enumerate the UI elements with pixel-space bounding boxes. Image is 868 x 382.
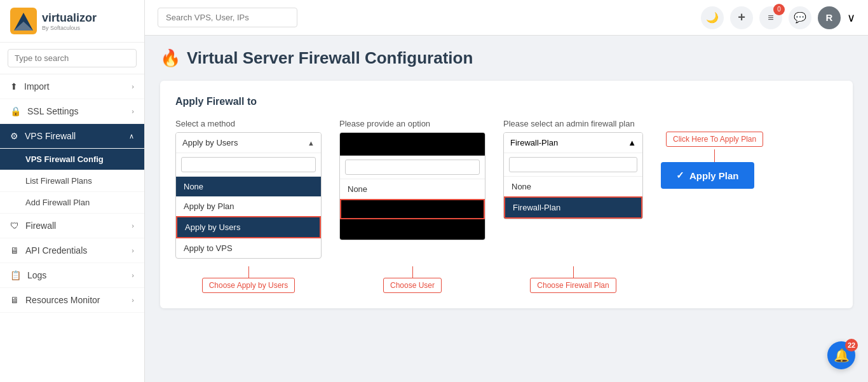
apply-btn-annotation-group: Click Here To Apply Plan bbox=[666, 132, 763, 162]
method-option-by-plan[interactable]: Apply by Plan bbox=[176, 196, 321, 216]
notification-bell[interactable]: 🔔 22 bbox=[827, 341, 855, 369]
import-icon: ⬆ bbox=[10, 81, 18, 92]
firewall-plan-label: Please select an admin firewall plan bbox=[503, 119, 643, 128]
logo-main: virtualizor bbox=[42, 11, 97, 25]
users-form-group: Please provide an option None bbox=[339, 119, 485, 240]
method-selected-value: Apply by Users bbox=[182, 138, 238, 147]
sidebar-subitem-add-label: Add Firewall Plan bbox=[25, 198, 90, 207]
firewall-plan-arrow-icon: ▲ bbox=[628, 138, 636, 147]
apply-annotation-arrow bbox=[714, 149, 715, 162]
user-arrow-line bbox=[412, 266, 413, 278]
firewall-plan-dropdown[interactable]: Firewall-Plan ▲ None Firewall-Plan bbox=[503, 132, 643, 219]
list-button[interactable]: ≡ 0 bbox=[759, 6, 782, 29]
sidebar-subitem-list-label: List Firewall Plans bbox=[25, 176, 92, 186]
sidebar-item-import[interactable]: ⬆ Import › bbox=[0, 74, 144, 99]
sidebar-item-vps-firewall[interactable]: ⚙ VPS Firewall ∧ bbox=[0, 124, 144, 149]
chevron-icon: › bbox=[132, 271, 134, 279]
apply-plan-button[interactable]: ✓ Apply Plan bbox=[661, 162, 754, 189]
method-search-input[interactable] bbox=[181, 157, 316, 172]
choose-apply-by-users-annotation: Choose Apply by Users bbox=[202, 278, 295, 293]
sidebar-item-firewall[interactable]: 🛡 Firewall › bbox=[0, 214, 144, 238]
chevron-down-icon: ∧ bbox=[129, 132, 134, 140]
sidebar-subitem-add-firewall-plan[interactable]: Add Firewall Plan bbox=[0, 192, 144, 214]
topbar-actions: 🌙 + ≡ 0 💬 R ∨ bbox=[701, 6, 855, 29]
users-option-none-label: None bbox=[348, 184, 367, 194]
dark-mode-button[interactable]: 🌙 bbox=[701, 6, 724, 29]
sidebar-item-ssl[interactable]: 🔒 SSL Settings › bbox=[0, 99, 144, 124]
logo-text: virtualizor By Softaculous bbox=[42, 11, 97, 31]
dropdown-arrow-icon: ▲ bbox=[308, 139, 315, 147]
topbar: 🌙 + ≡ 0 💬 R ∨ bbox=[145, 0, 868, 36]
firewall-arrow-line bbox=[573, 266, 574, 278]
sidebar-search-container bbox=[0, 43, 144, 74]
sidebar-subitem-config-label: VPS Firewall Config bbox=[25, 154, 104, 164]
method-option-users-label: Apply by Users bbox=[185, 222, 240, 232]
topbar-search-input[interactable] bbox=[158, 8, 297, 27]
sidebar-item-vps-firewall-label: VPS Firewall bbox=[25, 131, 76, 141]
users-dropdown-search bbox=[340, 156, 485, 179]
firewall-plan-search-input[interactable] bbox=[509, 157, 637, 172]
sidebar-subitem-list-firewall-plans[interactable]: List Firewall Plans bbox=[0, 170, 144, 192]
firewall-plan-option-selected[interactable]: Firewall-Plan bbox=[504, 196, 642, 219]
apply-btn-group: Click Here To Apply Plan ✓ Apply Plan bbox=[661, 132, 763, 189]
list-icon: ≡ bbox=[768, 12, 773, 24]
users-search-input[interactable] bbox=[345, 160, 480, 175]
firewall-plan-option-none[interactable]: None bbox=[504, 177, 642, 196]
user-initial: R bbox=[826, 12, 833, 23]
notification-count: 22 bbox=[845, 339, 858, 351]
method-dropdown[interactable]: Apply by Users ▲ None Apply by Plan bbox=[175, 132, 322, 259]
firewall-plan-form-group: Please select an admin firewall plan Fir… bbox=[503, 119, 643, 219]
add-button[interactable]: + bbox=[730, 6, 753, 29]
sidebar-item-logs[interactable]: 📋 Logs › bbox=[0, 263, 144, 288]
users-option-selected2[interactable] bbox=[340, 219, 485, 240]
form-row: Select a method Apply by Users ▲ None bbox=[175, 119, 837, 259]
page-title-icon: 🔥 bbox=[160, 48, 180, 68]
firewall-plan-header[interactable]: Firewall-Plan ▲ bbox=[504, 133, 642, 153]
chat-icon: 💬 bbox=[794, 11, 806, 24]
sidebar-item-api-label: API Credentials bbox=[25, 245, 87, 256]
method-option-none[interactable]: None bbox=[176, 177, 321, 196]
chevron-icon: › bbox=[132, 107, 134, 115]
chevron-icon: › bbox=[132, 296, 134, 304]
sidebar-item-logs-label: Logs bbox=[27, 270, 46, 280]
firewall-plan-value-label: Firewall-Plan bbox=[513, 203, 560, 212]
user-avatar[interactable]: R bbox=[818, 6, 841, 29]
sidebar-subitem-vps-firewall-config[interactable]: VPS Firewall Config bbox=[0, 149, 144, 170]
sidebar-item-firewall-label: Firewall bbox=[25, 221, 56, 231]
apply-checkmark-icon: ✓ bbox=[676, 170, 684, 181]
users-dropdown[interactable]: None bbox=[339, 132, 485, 240]
apply-plan-label: Apply Plan bbox=[689, 170, 739, 181]
method-option-plan-label: Apply by Plan bbox=[184, 201, 234, 211]
method-arrow-line bbox=[248, 266, 249, 278]
chevron-icon: › bbox=[132, 83, 134, 90]
choose-user-annotation: Choose User bbox=[383, 278, 442, 293]
annotation-user: Choose User bbox=[339, 266, 485, 293]
logo-icon bbox=[10, 8, 37, 34]
users-dropdown-header[interactable] bbox=[340, 133, 485, 156]
api-icon: 🖥 bbox=[10, 245, 19, 256]
plus-icon: + bbox=[738, 10, 745, 25]
moon-icon: 🌙 bbox=[706, 11, 719, 24]
user-dropdown-arrow[interactable]: ∨ bbox=[847, 11, 855, 25]
logs-icon: 📋 bbox=[10, 270, 21, 280]
page-body: 🔥 Virtual Server Firewall Configuration … bbox=[145, 36, 868, 382]
method-option-none-label: None bbox=[184, 182, 203, 191]
users-option-selected[interactable] bbox=[340, 199, 485, 219]
annotation-method: Choose Apply by Users bbox=[175, 266, 322, 293]
sidebar-item-api[interactable]: 🖥 API Credentials › bbox=[0, 238, 144, 263]
click-here-annotation: Click Here To Apply Plan bbox=[666, 132, 763, 147]
sidebar-item-resources[interactable]: 🖥 Resources Monitor › bbox=[0, 288, 144, 313]
sidebar-item-ssl-label: SSL Settings bbox=[27, 106, 78, 116]
users-option-none[interactable]: None bbox=[340, 179, 485, 199]
choose-firewall-plan-annotation: Choose Firewall Plan bbox=[530, 278, 616, 293]
method-option-by-users[interactable]: Apply by Users bbox=[176, 216, 321, 238]
sidebar-search-input[interactable] bbox=[8, 49, 137, 67]
chat-button[interactable]: 💬 bbox=[789, 6, 811, 29]
method-option-to-vps[interactable]: Apply to VPS bbox=[176, 238, 321, 258]
firewall-plan-none-label: None bbox=[512, 182, 531, 191]
annotation-firewall: Choose Firewall Plan bbox=[503, 266, 643, 293]
logo-sub: By Softaculous bbox=[42, 25, 97, 31]
firewall-plan-selected: Firewall-Plan bbox=[510, 138, 558, 147]
method-dropdown-header[interactable]: Apply by Users ▲ bbox=[176, 133, 321, 153]
logo: virtualizor By Softaculous bbox=[0, 0, 144, 43]
